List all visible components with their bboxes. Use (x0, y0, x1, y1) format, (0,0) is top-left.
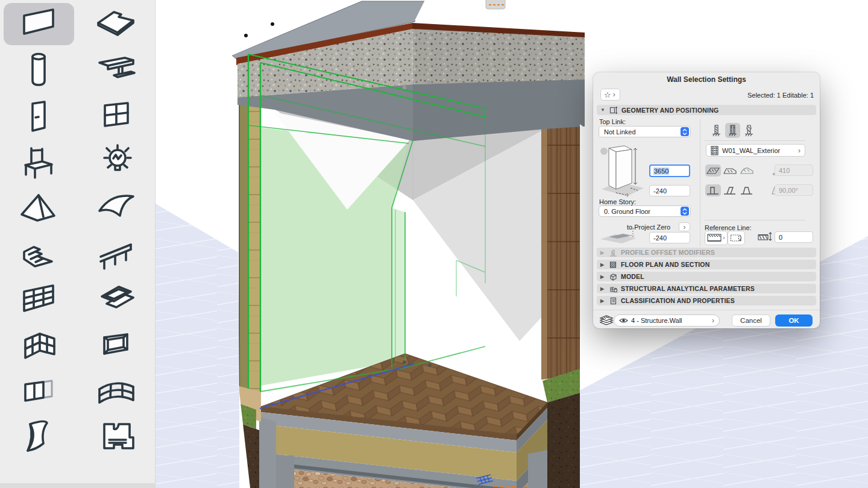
wall-bottom-offset-field[interactable]: -240 (649, 185, 690, 196)
section-model[interactable]: ▶ MODEL (597, 272, 816, 281)
section-label: PROFILE OFFSET MODIFIERS (621, 249, 715, 256)
tool-column[interactable] (4, 49, 74, 91)
top-link-value: Not Linked (604, 128, 681, 136)
profile-offset-icon (609, 249, 617, 257)
wall-bottom-offset-value: -240 (653, 187, 667, 195)
floor-hotspot[interactable] (403, 360, 406, 364)
project-zero-diagram-icon (599, 226, 643, 245)
wall-complex-profile-button[interactable] (741, 123, 756, 138)
flip-reference-button[interactable] (728, 231, 745, 245)
cancel-button[interactable]: Cancel (732, 314, 770, 327)
tool-panel[interactable] (4, 369, 74, 411)
tool-shell[interactable] (81, 186, 152, 228)
wall-slanted-button[interactable] (722, 184, 738, 196)
section-geometry-and-positioning[interactable]: ▼ GEOMETRY AND POSITIONING (597, 105, 816, 115)
structural-analytical-icon (609, 285, 617, 293)
reference-offset-icon (758, 231, 773, 242)
wall-double-slanted-button[interactable] (739, 184, 755, 196)
panel-tool-icon (16, 371, 61, 410)
tool-door[interactable] (4, 95, 74, 137)
home-story-dropdown[interactable]: 0. Ground Floor (599, 205, 691, 217)
tool-mesh[interactable] (81, 369, 152, 411)
door-tool-icon (16, 96, 61, 135)
divider (705, 140, 805, 141)
tool-roof[interactable] (4, 186, 74, 228)
ok-button[interactable]: OK (775, 314, 813, 327)
dialog-title: Wall Selection Settings (593, 72, 820, 87)
roof-tool-icon (16, 188, 61, 227)
wall-straight-button[interactable] (705, 184, 721, 196)
tool-lamp[interactable] (81, 140, 152, 183)
chevron-right-icon: › (712, 317, 714, 324)
elevation-field[interactable]: -240 (649, 232, 690, 243)
top-link-dropdown[interactable]: Not Linked (599, 126, 691, 137)
shell-tool-icon (93, 188, 139, 227)
reference-line-side-button[interactable]: › (705, 231, 728, 245)
tool-beam[interactable] (81, 49, 152, 91)
chevron-right-icon: › (613, 91, 615, 98)
tool-wall[interactable] (4, 3, 74, 45)
slab-tool-icon (93, 5, 139, 43)
wall-composite-button[interactable] (725, 123, 740, 138)
tool-skylight[interactable] (81, 278, 152, 320)
tool-curtain-wall[interactable] (4, 278, 74, 320)
tool-corner-curtain-wall[interactable] (4, 324, 74, 366)
toolbox-palette (0, 0, 156, 488)
home-story-label: Home Story: (599, 198, 636, 205)
divider (700, 119, 700, 247)
tool-object[interactable] (4, 140, 74, 183)
section-label: GEOMETRY AND POSITIONING (621, 107, 719, 114)
wall-basic-button[interactable] (709, 123, 724, 138)
wall-tool-icon (16, 5, 61, 43)
model-hotspot[interactable] (244, 34, 248, 37)
model-section-icon (609, 273, 617, 281)
object-chair-tool-icon (16, 142, 61, 181)
section-floor-plan-and-section[interactable]: ▶ FLOOR PLAN AND SECTION (597, 260, 816, 269)
cancel-label: Cancel (740, 317, 762, 324)
wall-thickness-value: 410 (779, 167, 790, 174)
section-label: MODEL (621, 273, 644, 280)
morph-tool-icon (16, 417, 61, 455)
ceiling-hotspot[interactable] (403, 86, 406, 89)
ceiling-hotspot[interactable] (427, 81, 430, 84)
favorites-button[interactable]: ☆ › (600, 89, 620, 101)
model-hotspot[interactable] (271, 22, 274, 26)
composite-selector-button[interactable]: W01_WAL_Exterior › (706, 144, 805, 157)
reference-offset-value: 0 (779, 234, 782, 241)
toolbox-scroll-track[interactable] (0, 483, 155, 488)
section-structural-analytical-parameters[interactable]: ▶ STRUCTURAL ANALYTICAL PARAMETERS (597, 284, 816, 293)
wall-preview-diagram (600, 140, 645, 200)
geometry-trapezoid-button[interactable] (722, 164, 738, 177)
floor-hotspot[interactable] (428, 363, 432, 367)
reference-offset-field[interactable]: 0 (775, 231, 813, 243)
geometry-straight-button[interactable] (705, 164, 721, 177)
tool-zone[interactable] (81, 415, 152, 457)
tool-railing[interactable] (81, 232, 152, 274)
tool-morph[interactable] (4, 415, 74, 457)
layers-icon[interactable] (599, 314, 614, 327)
marker-chip[interactable] (486, 0, 505, 9)
section-classification-and-properties[interactable]: ▶ CLASSIFICATION AND PROPERTIES (597, 296, 816, 305)
tool-window[interactable] (81, 95, 152, 137)
tool-opening[interactable] (81, 324, 152, 366)
corner-curtain-wall-tool-icon (16, 325, 61, 364)
layer-selector[interactable]: 4 - Structure.Wall › (614, 314, 720, 327)
divider (705, 220, 805, 221)
wall-thickness-field: 410 (775, 164, 813, 176)
section-label: STRUCTURAL ANALYTICAL PARAMETERS (621, 285, 755, 292)
railing-tool-icon (93, 234, 139, 272)
composite-name: W01_WAL_Exterior (722, 147, 794, 154)
classification-icon (609, 297, 617, 305)
wall-height-field[interactable]: 3650 (649, 164, 690, 177)
tool-slab[interactable] (81, 3, 152, 45)
to-project-zero-selector-button[interactable]: › (679, 222, 690, 231)
dropdown-stepper-icon (681, 127, 689, 136)
chevron-right-icon: › (684, 224, 686, 231)
mesh-tool-icon (93, 371, 139, 410)
disclosure-right-icon: ▶ (600, 286, 606, 292)
selected-wall[interactable] (261, 112, 410, 386)
tool-stair[interactable] (4, 232, 74, 274)
chevron-right-icon: › (798, 147, 800, 154)
slant-angle-field: 90,00° (775, 184, 813, 196)
geometry-polygon-button[interactable] (739, 164, 755, 177)
